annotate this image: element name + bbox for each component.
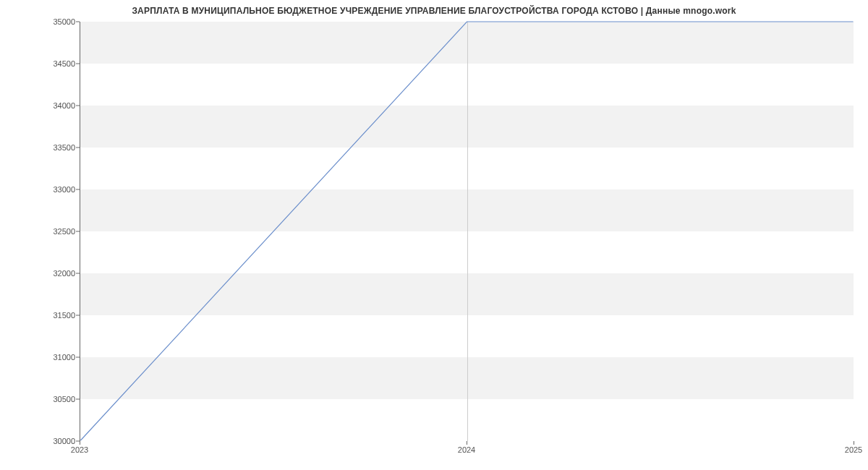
x-tick-mark xyxy=(80,441,80,445)
y-tick-label: 33500 xyxy=(10,143,75,152)
y-tick-mark xyxy=(76,64,80,64)
y-tick-mark xyxy=(76,148,80,148)
y-tick-label: 30000 xyxy=(10,437,75,445)
y-tick-label: 34500 xyxy=(10,59,75,68)
line-layer xyxy=(80,22,854,440)
y-tick-mark xyxy=(76,357,80,358)
y-tick-label: 31500 xyxy=(10,311,75,320)
y-tick-label: 32000 xyxy=(10,269,75,278)
y-tick-mark xyxy=(76,22,80,22)
x-tick-mark xyxy=(467,441,467,445)
x-tick-label: 2023 xyxy=(71,445,88,454)
y-tick-mark xyxy=(76,399,80,400)
x-tick-mark xyxy=(854,441,854,445)
series-line xyxy=(80,22,853,440)
y-tick-label: 34000 xyxy=(10,101,75,110)
y-tick-mark xyxy=(76,273,80,274)
y-tick-label: 31000 xyxy=(10,353,75,362)
x-tick-label: 2025 xyxy=(845,445,862,454)
y-tick-mark xyxy=(76,315,80,316)
y-tick-label: 35000 xyxy=(10,17,75,26)
y-tick-mark xyxy=(76,231,80,232)
y-tick-mark xyxy=(76,106,80,106)
y-tick-label: 32500 xyxy=(10,227,75,236)
chart-container: ЗАРПЛАТА В МУНИЦИПАЛЬНОЕ БЮДЖЕТНОЕ УЧРЕЖ… xyxy=(0,0,868,470)
y-tick-label: 33000 xyxy=(10,185,75,194)
y-tick-label: 30500 xyxy=(10,395,75,403)
x-tick-label: 2024 xyxy=(458,445,475,454)
chart-title: ЗАРПЛАТА В МУНИЦИПАЛЬНОЕ БЮДЖЕТНОЕ УЧРЕЖ… xyxy=(0,6,868,16)
plot-area xyxy=(80,22,854,441)
y-tick-mark xyxy=(76,189,80,190)
